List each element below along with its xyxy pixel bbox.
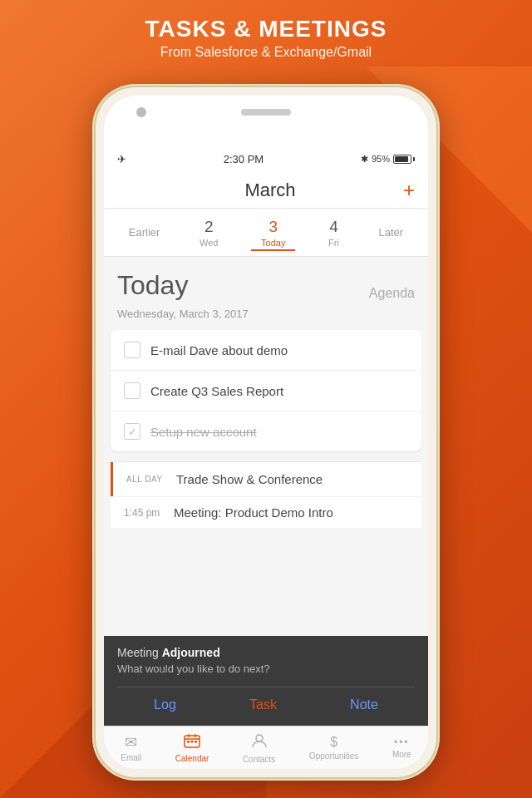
status-bar: ✈ 2:30 PM ✱ 95% <box>104 145 428 172</box>
airplane-icon: ✈ <box>117 153 126 165</box>
contacts-tab-icon <box>251 732 268 753</box>
more-tab-icon: ••• <box>394 736 410 748</box>
status-right: ✱ 95% <box>361 154 415 165</box>
all-day-event[interactable]: ALL DAY Trade Show & Conference <box>111 462 421 496</box>
day-3-num: 3 <box>268 218 278 236</box>
month-title: March <box>137 180 403 201</box>
tab-email[interactable]: ✉ Email <box>114 730 148 766</box>
task-item-1[interactable]: E-mail Dave about demo <box>111 330 421 371</box>
battery-percent: 95% <box>372 154 390 164</box>
day-selector: Earlier 2 Wed 3 Today 4 Fri Later <box>104 209 428 257</box>
task-2-text: Create Q3 Sales Report <box>150 384 283 398</box>
phone-speaker <box>241 109 291 116</box>
event-time: 1:45 pm <box>124 507 164 519</box>
phone-shell: ✈ 2:30 PM ✱ 95% March <box>96 87 436 777</box>
notification-actions: Log Task Note <box>117 687 415 714</box>
tasks-list: E-mail Dave about demo Create Q3 Sales R… <box>111 330 421 451</box>
calendar-tab-label: Calendar <box>175 754 209 763</box>
meeting-status: Adjourned <box>162 646 220 659</box>
main-content: Today Agenda Wednesday, March 3, 2017 E-… <box>104 257 428 528</box>
task-item-3[interactable]: Setup new account <box>111 411 421 451</box>
tab-contacts[interactable]: Contacts <box>236 729 282 767</box>
bluetooth-icon: ✱ <box>361 154 368 165</box>
meeting-label: Meeting <box>117 646 159 659</box>
events-section: ALL DAY Trade Show & Conference 1:45 pm … <box>104 461 428 528</box>
log-action-button[interactable]: Log <box>147 696 183 714</box>
tab-more[interactable]: ••• More <box>386 733 418 762</box>
task-action-button[interactable]: Task <box>243 696 283 714</box>
opportunities-tab-icon: $ <box>330 735 337 750</box>
email-tab-icon: ✉ <box>125 733 137 751</box>
task-3-checkbox[interactable] <box>124 423 140 440</box>
tab-calendar[interactable]: Calendar <box>169 730 216 766</box>
status-left: ✈ <box>117 153 126 165</box>
svg-rect-6 <box>195 741 197 743</box>
today-section: Today Agenda <box>104 257 428 308</box>
phone-camera <box>136 107 146 117</box>
month-header: March + <box>104 172 428 209</box>
today-title: Today <box>117 270 188 301</box>
more-tab-label: More <box>392 750 411 759</box>
day-2-label: Wed <box>200 238 218 248</box>
task-item-2[interactable]: Create Q3 Sales Report <box>111 371 421 411</box>
note-action-button[interactable]: Note <box>343 696 385 714</box>
opportunities-tab-label: Opportunities <box>309 751 358 761</box>
agenda-button[interactable]: Agenda <box>369 286 415 301</box>
calendar-tab-icon <box>184 733 200 752</box>
header-title: TASKS & MEETINGS <box>0 15 532 43</box>
notification-question: What would you like to do next? <box>117 663 415 675</box>
day-3-label: Today <box>261 238 285 248</box>
all-day-title: Trade Show & Conference <box>176 472 323 486</box>
contacts-tab-label: Contacts <box>243 755 275 764</box>
task-3-text: Setup new account <box>150 425 257 439</box>
all-day-label: ALL DAY <box>126 475 166 484</box>
notification-heading: Meeting Adjourned <box>117 646 415 659</box>
earlier-button[interactable]: Earlier <box>122 223 167 242</box>
day-2[interactable]: 2 Wed <box>190 214 228 251</box>
notification-bar: Meeting Adjourned What would you like to… <box>104 636 428 726</box>
task-1-checkbox[interactable] <box>124 342 140 358</box>
day-4-num: 4 <box>329 218 338 236</box>
day-3-today[interactable]: 3 Today <box>251 214 295 251</box>
tab-bar: ✉ Email C <box>104 726 428 769</box>
phone-inner: ✈ 2:30 PM ✱ 95% March <box>104 96 428 769</box>
svg-rect-5 <box>191 741 194 743</box>
event-title: Meeting: Product Demo Intro <box>174 505 333 520</box>
tab-opportunities[interactable]: $ Opportunities <box>303 732 365 764</box>
day-2-num: 2 <box>204 218 214 236</box>
later-button[interactable]: Later <box>372 223 411 242</box>
header-subtitle: From Salesforce & Exchange/Gmail <box>0 45 532 60</box>
screen: ✈ 2:30 PM ✱ 95% March <box>104 145 428 769</box>
svg-point-7 <box>256 735 263 741</box>
app-header: TASKS & MEETINGS From Salesforce & Excha… <box>0 15 532 60</box>
day-4[interactable]: 4 Fri <box>318 214 349 251</box>
status-time: 2:30 PM <box>224 153 264 165</box>
task-2-checkbox[interactable] <box>124 382 140 399</box>
add-event-button[interactable]: + <box>403 179 415 202</box>
day-4-label: Fri <box>328 238 339 248</box>
task-1-text: E-mail Dave about demo <box>150 343 288 357</box>
today-date: Wednesday, March 3, 2017 <box>104 308 428 330</box>
battery-indicator <box>393 155 415 164</box>
email-tab-label: Email <box>121 753 141 762</box>
time-event[interactable]: 1:45 pm Meeting: Product Demo Intro <box>111 496 421 528</box>
svg-rect-4 <box>187 741 190 743</box>
